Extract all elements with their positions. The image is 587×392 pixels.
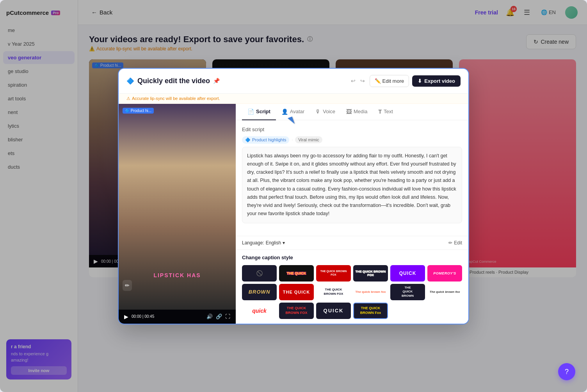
export-video-button[interactable]: ⬇ Export video xyxy=(412,75,461,87)
modal-video-caption: LIPSTICK HAS xyxy=(119,272,236,278)
modal-link-icon[interactable]: 🔗 xyxy=(216,314,222,319)
undo-redo-group: ↩ ↪ xyxy=(349,76,366,86)
script-text-content[interactable]: Lipstick has always been my go-to access… xyxy=(242,147,462,223)
modal-fullscreen-icon[interactable]: ⛶ xyxy=(225,314,230,319)
caption-style-the-quick-yellow[interactable]: THE QUICKBROWN Fox xyxy=(353,303,388,319)
modal-volume-icon[interactable]: 🔊 xyxy=(206,314,213,319)
tab-voice[interactable]: 🎙 Voice xyxy=(310,104,341,120)
modal-video-controls: ▶ 00:00 | 00:45 🔊 🔗 ⛶ xyxy=(119,310,236,324)
edit-script-label: Edit script xyxy=(242,127,462,132)
modal-warning-text: Accurate lip-sync will be available afte… xyxy=(132,96,220,101)
modal-script-side: 📄 Script 👤 Avatar 🎙 Voice 🖼 Media xyxy=(236,104,468,324)
language-value: English xyxy=(266,240,281,246)
edit-modal: 🔷 Quickly edit the video 📌 ↩ ↪ ✏️ Edit m… xyxy=(118,68,469,324)
text-tab-icon: T xyxy=(378,109,382,115)
avatar-tab-icon: 👤 xyxy=(281,109,288,115)
modal-title-icon: 🔷 xyxy=(126,77,134,85)
caption-style-quick-red[interactable]: quick xyxy=(242,303,277,319)
caption-style-section: Change caption style THE QUICK THE QUICK… xyxy=(236,249,468,324)
caption-style-brown-outline[interactable]: THEQUICKBROWN xyxy=(390,284,425,300)
modal-title-row: 🔷 Quickly edit the video 📌 xyxy=(126,77,220,85)
product-tag-dot: 🔷 xyxy=(245,137,251,143)
product-tag-text-val: Product highlights xyxy=(252,137,286,142)
modal-play-button[interactable]: ▶ xyxy=(124,314,128,320)
edit-more-label: Edit more xyxy=(382,78,404,84)
redo-button[interactable]: ↪ xyxy=(359,76,366,86)
pin-icon: 📌 xyxy=(213,78,220,84)
caption-style-purple[interactable]: QUICK xyxy=(390,265,425,282)
script-tab-label: Script xyxy=(256,109,270,114)
modal-ctrl-icons: 🔊 🔗 ⛶ xyxy=(206,314,230,319)
caption-style-italic-light[interactable]: The quick brown fox xyxy=(427,284,462,300)
edit-more-button[interactable]: ✏️ Edit more xyxy=(370,75,409,87)
svg-line-1 xyxy=(258,271,261,275)
caption-style-none[interactable] xyxy=(242,265,277,282)
modal-time-total: 00:45 xyxy=(144,314,154,319)
voice-tab-icon: 🎙 xyxy=(315,109,321,115)
caption-style-red-outline[interactable]: THE QUICK BROWN FOX xyxy=(316,265,351,282)
edit-lang-icon: ✏ xyxy=(448,240,452,246)
tab-media[interactable]: 🖼 Media xyxy=(341,104,373,120)
modal-time-current: 00:00 xyxy=(132,314,141,319)
modal-edit-pencil-button[interactable]: ✏ xyxy=(123,280,132,291)
pencil-icon: ✏️ xyxy=(375,78,381,84)
language-label: Language: xyxy=(242,240,264,246)
caption-style-the-quick-dark[interactable]: THE QUICKBROWN FOX xyxy=(279,303,314,319)
product-tag-label: 🔷 Product highlights xyxy=(242,136,289,144)
modal-header: 🔷 Quickly edit the video 📌 ↩ ↪ ✏️ Edit m… xyxy=(119,69,468,94)
modal-warning: ⚠ Accurate lip-sync will be available af… xyxy=(119,94,468,104)
caption-style-coral[interactable]: The quick brown fox xyxy=(353,284,388,300)
modal-actions: ↩ ↪ ✏️ Edit more ⬇ Export video xyxy=(349,75,461,87)
script-product-badge: 🔷 Product highlights · Viral mimic xyxy=(242,136,462,144)
modal-video-side: 🔷 Product hi... LIPSTICK HAS ✏ ▶ 00:00 |… xyxy=(119,104,236,324)
media-tab-label: Media xyxy=(354,109,367,114)
script-tab-icon: 📄 xyxy=(247,109,254,115)
modal-video-tag: 🔷 Product hi... xyxy=(123,108,154,114)
language-row: Language: English ▾ ✏ Edit xyxy=(236,236,468,249)
modal-title-text: Quickly edit the video xyxy=(137,77,210,85)
caption-style-red-bar[interactable]: THE QUICK xyxy=(279,284,314,300)
chevron-down-icon: ▾ xyxy=(283,240,285,246)
dot-separator: · xyxy=(292,138,293,142)
caption-style-pink-yellow[interactable]: THE QUICK xyxy=(279,265,314,282)
help-button[interactable]: ? xyxy=(558,363,575,380)
modal-video-preview: 🔷 Product hi... LIPSTICK HAS ✏ xyxy=(119,104,236,310)
caption-style-title: Change caption style xyxy=(242,255,462,260)
download-icon: ⬇ xyxy=(418,78,422,84)
caption-style-quick-bold[interactable]: QUICK xyxy=(316,303,351,319)
edit-lang-button[interactable]: ✏ Edit xyxy=(448,240,462,246)
warning-dot-icon: ⚠ xyxy=(126,96,130,101)
caption-style-outlined-dark[interactable]: THE QUICKBROWN FOX xyxy=(316,284,351,300)
modal-video-bg: 🔷 Product hi... LIPSTICK HAS xyxy=(119,104,236,310)
tab-script[interactable]: 📄 Script xyxy=(242,104,276,120)
caption-style-wavy-brown[interactable]: BROWN xyxy=(242,284,277,300)
question-mark-icon: ? xyxy=(565,368,569,376)
text-tab-label: Text xyxy=(384,109,393,114)
avatar-tab-label: Avatar xyxy=(290,109,304,114)
modal-overlay: 🔷 Quickly edit the video 📌 ↩ ↪ ✏️ Edit m… xyxy=(0,0,587,392)
modal-time-display: 00:00 | 00:45 xyxy=(132,314,154,319)
modal-body: 🔷 Product hi... LIPSTICK HAS ✏ ▶ 00:00 |… xyxy=(119,104,468,324)
voice-tab-label: Voice xyxy=(323,109,335,114)
caption-style-pomeroys[interactable]: POMEROY'S xyxy=(427,265,462,282)
language-select[interactable]: Language: English ▾ xyxy=(242,240,285,246)
edit-lang-label: Edit xyxy=(454,240,462,246)
tab-text[interactable]: T Text xyxy=(373,104,398,120)
media-tab-icon: 🖼 xyxy=(346,109,352,115)
export-label: Export video xyxy=(424,78,455,84)
script-tabs: 📄 Script 👤 Avatar 🎙 Voice 🖼 Media xyxy=(236,104,468,120)
tab-avatar[interactable]: 👤 Avatar xyxy=(276,104,310,120)
script-content: Edit script 🔷 Product highlights · Viral… xyxy=(236,120,468,236)
caption-styles-grid: THE QUICK THE QUICK BROWN FOX THE QUICK … xyxy=(242,265,462,319)
caption-style-white-outline[interactable]: THE QUICK BROWN FOX xyxy=(353,265,388,282)
viral-tag-label: Viral mimic xyxy=(295,136,322,143)
undo-button[interactable]: ↩ xyxy=(349,76,357,86)
